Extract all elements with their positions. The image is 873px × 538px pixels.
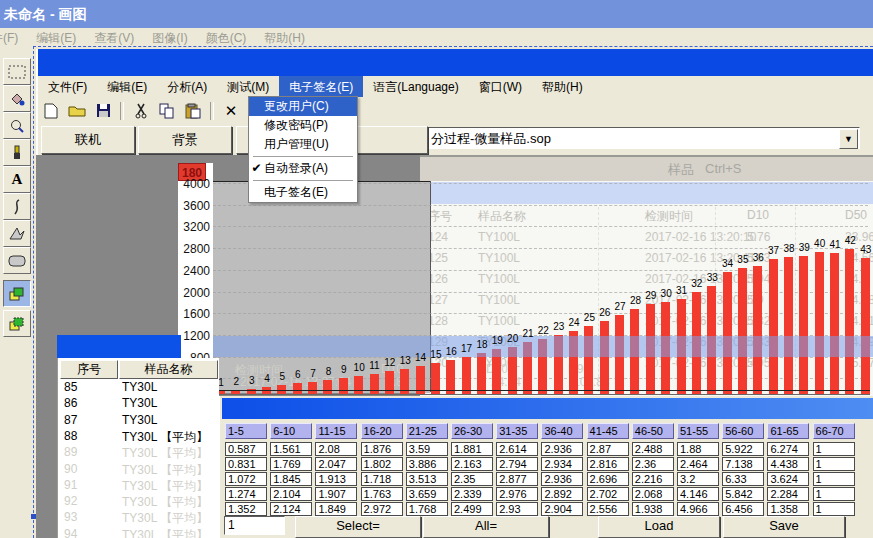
app-menu-2[interactable]: 分析(A)	[157, 76, 217, 97]
grid-cell[interactable]: 1.763	[361, 487, 403, 501]
grid-cell[interactable]: 2.047	[315, 457, 357, 471]
list-item[interactable]: 93TY30L 【平均】	[58, 510, 219, 526]
grid-header-11-15[interactable]: 11-15	[315, 423, 357, 439]
grid-cell[interactable]: 1.072	[225, 472, 267, 486]
grid-cell[interactable]: 2.488	[632, 442, 674, 456]
button-Select=[interactable]: Select=	[295, 516, 421, 538]
grid-cell[interactable]: 2.972	[361, 502, 403, 516]
free-select-tool[interactable]	[3, 58, 31, 85]
grid-header-41-45[interactable]: 41-45	[587, 423, 629, 439]
new-icon[interactable]	[41, 102, 61, 120]
grid-cell[interactable]: 2.892	[541, 487, 583, 501]
grid-cell[interactable]: 2.614	[496, 442, 538, 456]
menu-item-用户管理(U)[interactable]: 用户管理(U)	[249, 135, 357, 154]
grid-cell[interactable]: 2.936	[541, 442, 583, 456]
button-Save[interactable]: Save	[723, 516, 845, 538]
grid-cell[interactable]: 1.876	[361, 442, 403, 456]
grid-cell[interactable]: 1.358	[767, 502, 809, 516]
grid-cell[interactable]: 2.08	[315, 442, 357, 456]
paint-menu-5[interactable]: 帮助(H)	[255, 28, 314, 47]
grid-cell[interactable]: 0.587	[225, 442, 267, 456]
grid-cell[interactable]: 2.556	[587, 502, 629, 516]
grid-cell[interactable]: 2.36	[632, 457, 674, 471]
text-tool[interactable]: A	[3, 166, 31, 193]
grid-cell[interactable]: 1.913	[315, 472, 357, 486]
app-menu-4[interactable]: 电子签名(E)	[279, 76, 363, 97]
grid-cell[interactable]: 2.104	[270, 487, 312, 501]
paint-menu-0[interactable]: 文件(F)	[0, 28, 27, 47]
fill-tool[interactable]	[3, 85, 31, 112]
app-menu-3[interactable]: 测试(M)	[217, 76, 279, 97]
grid-cell[interactable]: 2.934	[541, 457, 583, 471]
menu-item-自动登录(A)[interactable]: ✔自动登录(A)	[249, 159, 357, 178]
grid-cell[interactable]: 2.216	[632, 472, 674, 486]
grid-cell[interactable]: 1.802	[361, 457, 403, 471]
grid-cell[interactable]: 1	[813, 487, 855, 501]
grid-cell[interactable]: 2.35	[451, 472, 493, 486]
grid-cell[interactable]: 1.561	[270, 442, 312, 456]
magnifier-tool[interactable]	[3, 112, 31, 139]
grid-cell[interactable]: 5.922	[722, 442, 764, 456]
grid-cell[interactable]: 2.124	[270, 502, 312, 516]
grid-cell[interactable]: 1.274	[225, 487, 267, 501]
column-header-name[interactable]: 样品名称	[119, 360, 218, 379]
curve-tool[interactable]	[3, 193, 31, 220]
grid-header-31-35[interactable]: 31-35	[496, 423, 538, 439]
button-联机[interactable]: 联机	[41, 126, 135, 154]
app-menu-5[interactable]: 语言(Language)	[363, 76, 468, 97]
grid-cell[interactable]: 3.2	[677, 472, 719, 486]
list-item[interactable]: 87TY30L	[58, 413, 219, 429]
paint-menu-2[interactable]: 查看(V)	[85, 28, 143, 47]
grid-cell[interactable]: 2.464	[677, 457, 719, 471]
button-Load[interactable]: Load	[598, 516, 720, 538]
selection-handle[interactable]	[31, 514, 36, 519]
cut-icon[interactable]	[131, 102, 151, 120]
cube-tool[interactable]	[3, 310, 31, 337]
grid-cell[interactable]: 2.696	[587, 472, 629, 486]
grid-cell[interactable]: 1.849	[315, 502, 357, 516]
grid-header-1-5[interactable]: 1-5	[225, 423, 267, 439]
grid-cell[interactable]: 2.87	[587, 442, 629, 456]
grid-cell[interactable]: 2.068	[632, 487, 674, 501]
grid-header-66-70[interactable]: 66-70	[813, 423, 855, 439]
rounded-rect-tool[interactable]	[3, 247, 31, 274]
grid-cell[interactable]: 1.769	[270, 457, 312, 471]
button-背景[interactable]: 背景	[138, 126, 232, 154]
list-item[interactable]: 91TY30L 【平均】	[58, 478, 219, 494]
grid-cell[interactable]: 2.936	[541, 472, 583, 486]
brush-tool[interactable]	[3, 139, 31, 166]
grid-cell[interactable]: 2.93	[496, 502, 538, 516]
grid-cell[interactable]: 1.907	[315, 487, 357, 501]
app-menu-6[interactable]: 窗口(W)	[469, 76, 532, 97]
paste-icon[interactable]	[183, 102, 203, 120]
grid-header-56-60[interactable]: 56-60	[722, 423, 764, 439]
grid-cell[interactable]: 2.816	[587, 457, 629, 471]
grid-cell[interactable]: 3.59	[406, 442, 448, 456]
button-All=[interactable]: All=	[423, 516, 549, 538]
list-item[interactable]: 89TY30L 【平均】	[58, 445, 219, 461]
grid-cell[interactable]: 1.845	[270, 472, 312, 486]
menu-item-电子签名(E)[interactable]: 电子签名(E)	[249, 183, 357, 202]
grid-cell[interactable]: 4.146	[677, 487, 719, 501]
grid-cell[interactable]: 1	[813, 472, 855, 486]
grid-header-36-40[interactable]: 36-40	[541, 423, 583, 439]
app-menu-7[interactable]: 帮助(H)	[532, 76, 593, 97]
grid-cell[interactable]: 3.886	[406, 457, 448, 471]
grid-cell[interactable]: 6.274	[767, 442, 809, 456]
cube-selected-tool[interactable]	[3, 280, 31, 307]
grid-header-26-30[interactable]: 26-30	[451, 423, 493, 439]
grid-cell[interactable]: 2.339	[451, 487, 493, 501]
grid-cell[interactable]: 1	[813, 442, 855, 456]
grid-cell[interactable]: 1	[813, 502, 855, 516]
row-number-input[interactable]: 1	[224, 516, 285, 535]
open-icon[interactable]	[67, 102, 87, 120]
polygon-tool[interactable]	[3, 220, 31, 247]
list-item[interactable]: 92TY30L 【平均】	[58, 494, 219, 510]
grid-header-46-50[interactable]: 46-50	[632, 423, 674, 439]
grid-cell[interactable]: 1.352	[225, 502, 267, 516]
grid-cell[interactable]: 2.499	[451, 502, 493, 516]
grid-cell[interactable]: 5.842	[722, 487, 764, 501]
list-item[interactable]: 94TY30L 【平均】	[58, 527, 219, 538]
grid-header-61-65[interactable]: 61-65	[767, 423, 809, 439]
save-icon[interactable]	[93, 102, 113, 120]
